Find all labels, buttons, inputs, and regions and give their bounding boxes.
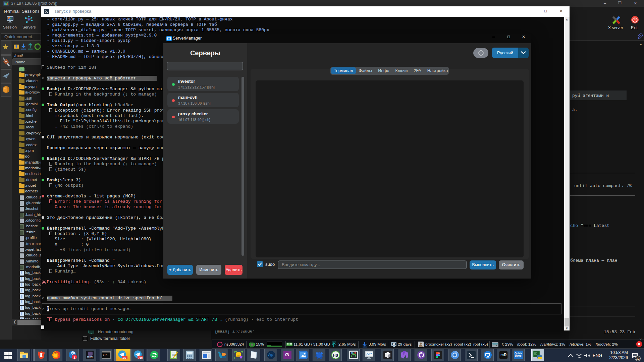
svg-text:HS: HS bbox=[333, 353, 338, 357]
svg-text:2: 2 bbox=[74, 356, 76, 359]
svg-text:715: 715 bbox=[138, 356, 143, 359]
svg-text:.26: .26 bbox=[122, 356, 126, 359]
